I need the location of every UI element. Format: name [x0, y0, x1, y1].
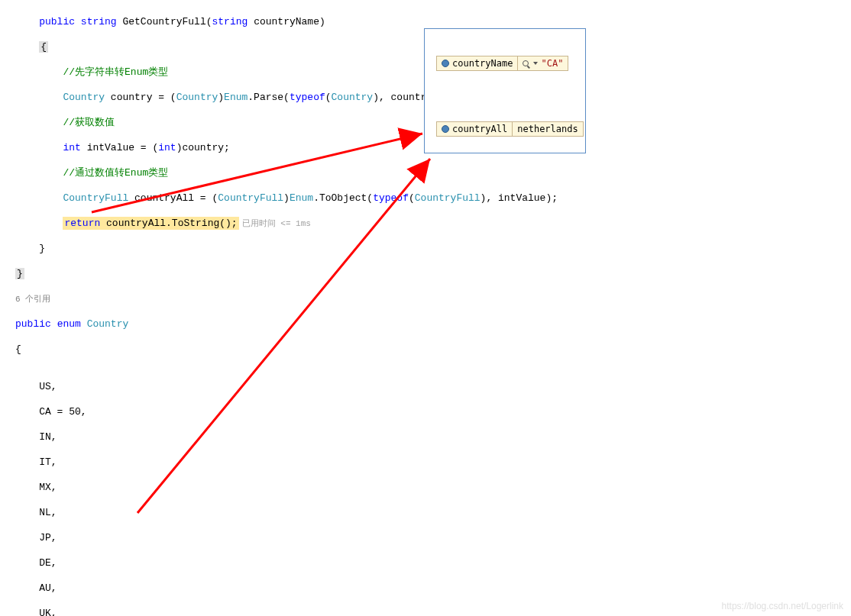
code-line: } — [15, 243, 836, 256]
datatip-var-value: "CA" — [541, 58, 563, 69]
code-line: IT, — [15, 456, 836, 469]
datatip-var-value: netherlands — [517, 124, 578, 134]
dropdown-icon[interactable] — [533, 62, 538, 65]
datatip-var-name: countryAll — [452, 124, 507, 134]
datatip-countryall[interactable]: countryAll netherlands — [436, 121, 584, 137]
code-line: //通过数值转Enum类型 — [15, 167, 836, 180]
watermark: https://blog.csdn.net/Logerlink — [722, 601, 843, 611]
code-line: return countryAll.ToString();已用时间 <= 1ms — [15, 218, 836, 231]
field-icon — [442, 125, 449, 133]
code-line: } — [15, 268, 836, 281]
codelens-references[interactable]: 6 个引用 — [15, 293, 836, 306]
code-line: public enum Country — [15, 318, 836, 331]
debug-inspection-panel: countryName "CA" countryAll netherlands — [424, 28, 586, 153]
code-line: IN, — [15, 431, 836, 444]
code-line: AU, — [15, 582, 836, 595]
magnify-icon[interactable] — [523, 60, 529, 66]
datatip-countryname[interactable]: countryName "CA" — [436, 56, 568, 71]
code-line: CountryFull countryAll = (CountryFull)En… — [15, 192, 836, 205]
code-line: CA = 50, — [15, 406, 836, 419]
code-line: JP, — [15, 532, 836, 545]
field-icon — [442, 60, 449, 67]
code-line: UK, — [15, 608, 836, 616]
code-line: MX, — [15, 482, 836, 495]
code-line: NL, — [15, 507, 836, 520]
code-line: US, — [15, 381, 836, 394]
code-line: DE, — [15, 557, 836, 570]
datatip-var-name: countryName — [452, 58, 513, 69]
code-line: public string GetCountryFull(string coun… — [15, 16, 836, 29]
code-line: { — [15, 343, 836, 356]
